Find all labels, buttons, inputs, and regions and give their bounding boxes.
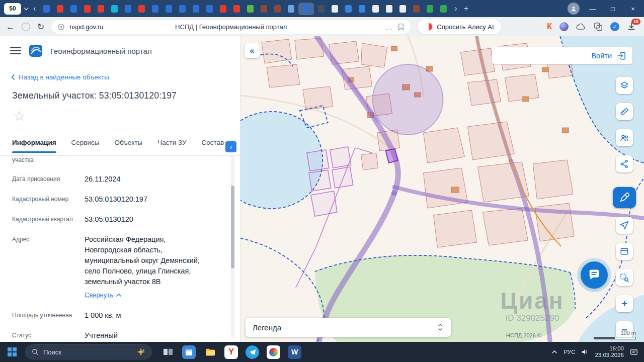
bookmark-icon[interactable] xyxy=(397,23,405,31)
emblem-tab[interactable] xyxy=(258,3,270,15)
close-button[interactable]: × xyxy=(626,5,640,13)
back-icon[interactable]: ← xyxy=(6,23,15,31)
volume-icon[interactable] xyxy=(581,348,589,355)
field-row: Дата присвоения 26.11.2024 xyxy=(12,174,235,184)
layers-button[interactable] xyxy=(616,77,633,94)
pdf-tab[interactable] xyxy=(81,3,94,15)
pdf-tab[interactable] xyxy=(135,3,148,15)
panel-scrollbar-thumb[interactable] xyxy=(231,186,234,268)
alice-ball-icon[interactable] xyxy=(559,22,569,31)
pdf-tab[interactable] xyxy=(230,3,243,15)
tab-favicon xyxy=(70,5,77,13)
app-tab[interactable] xyxy=(108,3,121,15)
tab-parcel-parts[interactable]: Части ЗУ xyxy=(157,139,186,153)
favorite-star-icon[interactable]: ☆ xyxy=(13,110,25,123)
doc-tab[interactable] xyxy=(67,3,80,15)
pdf-tab[interactable] xyxy=(95,3,107,15)
yandex-home-icon[interactable] xyxy=(22,23,30,31)
legend-toggle-icon[interactable] xyxy=(437,322,444,332)
legend-dropdown[interactable]: Легенда xyxy=(246,318,451,337)
scroll-tabs-right-button[interactable]: › xyxy=(452,5,459,13)
pdf-tab[interactable] xyxy=(54,3,66,15)
calendar-icon[interactable] xyxy=(182,345,196,359)
url-host: nspd.gov.ru xyxy=(69,23,103,31)
maximize-button[interactable]: □ xyxy=(606,5,620,13)
tab-counter-button[interactable]: 50 xyxy=(4,3,21,15)
cloud-icon[interactable] xyxy=(576,23,586,31)
sber-tab[interactable] xyxy=(424,3,436,15)
more-icon[interactable]: … xyxy=(385,23,392,31)
taskbar-search-input[interactable]: Поиск xyxy=(25,344,152,359)
app-tab[interactable] xyxy=(285,3,297,15)
folder-icon[interactable] xyxy=(203,345,217,359)
downloads-icon[interactable]: 15 xyxy=(627,22,636,31)
shield-tab[interactable] xyxy=(356,3,368,15)
emblem-tab[interactable] xyxy=(410,3,423,15)
menu-icon[interactable] xyxy=(10,47,21,55)
doc-tab[interactable] xyxy=(163,3,175,15)
leaf-tab[interactable] xyxy=(244,3,257,15)
new-tab-button[interactable]: + xyxy=(462,5,470,13)
tab-groups-icon[interactable] xyxy=(594,22,603,31)
start-button[interactable] xyxy=(4,344,20,360)
zoom-in-button[interactable]: + xyxy=(616,295,633,312)
active-map-tab[interactable] xyxy=(298,3,314,15)
taskview-icon[interactable] xyxy=(161,345,175,359)
tab-list-chevron-icon[interactable] xyxy=(24,6,29,12)
address-bar[interactable]: nspd.gov.ru НСПД | Геоинформационный пор… xyxy=(51,20,411,34)
ask-alice-button[interactable]: Спросить Алису AI xyxy=(418,19,501,34)
tab-services[interactable]: Сервисы xyxy=(71,139,100,153)
sber-tab[interactable] xyxy=(437,3,450,15)
protect-check-icon[interactable]: ✓ xyxy=(610,22,619,31)
tray-chevron-icon[interactable] xyxy=(551,350,557,354)
doc-tab[interactable] xyxy=(369,3,382,15)
language-indicator[interactable]: РУС xyxy=(564,349,575,355)
doc-tab[interactable] xyxy=(122,3,134,15)
share-button[interactable] xyxy=(616,155,633,172)
favicon-tabs xyxy=(40,3,450,15)
doc-tab[interactable] xyxy=(203,3,216,15)
site-info-icon[interactable] xyxy=(57,23,65,31)
frame-button[interactable] xyxy=(616,243,633,260)
doc-tab[interactable] xyxy=(329,3,341,15)
minimize-button[interactable]: — xyxy=(586,5,600,13)
login-bar[interactable]: Войти xyxy=(492,47,632,64)
doc-tab[interactable] xyxy=(383,3,395,15)
scroll-tabs-left-button[interactable]: ‹ xyxy=(31,5,38,13)
map-viewport[interactable]: Циан ID 329025290 « Войти xyxy=(240,36,644,342)
emblem-tab[interactable] xyxy=(271,3,284,15)
tab-favicon xyxy=(125,5,131,13)
doc-tab[interactable] xyxy=(149,3,162,15)
tab-objects[interactable]: Объекты xyxy=(115,139,143,153)
back-to-results-link[interactable]: Назад в найденные объекты xyxy=(11,73,109,81)
kinopoisk-extension-icon[interactable]: К xyxy=(547,22,552,31)
tab-information[interactable]: Информация xyxy=(12,139,56,153)
area-search-button[interactable] xyxy=(616,269,633,286)
doc-tab[interactable] xyxy=(40,3,53,15)
team-button[interactable] xyxy=(616,129,633,146)
search-tab[interactable] xyxy=(315,3,328,15)
tab-composition[interactable]: Состав xyxy=(202,139,224,153)
map-canvas[interactable] xyxy=(240,36,644,342)
draw-button[interactable] xyxy=(613,187,636,208)
photos-icon[interactable] xyxy=(267,345,280,359)
doc-tab[interactable] xyxy=(396,3,409,15)
clock[interactable]: 16:00 23.03.2026 xyxy=(595,345,624,358)
doc-tab[interactable] xyxy=(190,3,202,15)
locate-button[interactable] xyxy=(616,217,633,234)
pdf-tab[interactable] xyxy=(217,3,229,15)
collapse-address-link[interactable]: Свернуть xyxy=(85,290,122,300)
reload-icon[interactable]: ↻ xyxy=(37,23,44,31)
telegram-icon[interactable] xyxy=(246,345,259,359)
profile-avatar[interactable] xyxy=(568,3,580,15)
collapse-panel-button[interactable]: « xyxy=(245,43,260,58)
screen: 50 ‹ xyxy=(0,0,644,362)
notification-icon[interactable] xyxy=(630,348,638,356)
ruler-button[interactable] xyxy=(616,103,633,120)
tabs-overflow-button[interactable]: › xyxy=(225,141,236,152)
yandex-browser-icon[interactable]: Y xyxy=(224,345,238,359)
chat-button[interactable] xyxy=(581,261,608,289)
word-icon[interactable]: W xyxy=(288,345,301,359)
shield-tab[interactable] xyxy=(342,3,355,15)
doc-tab[interactable] xyxy=(176,3,189,15)
